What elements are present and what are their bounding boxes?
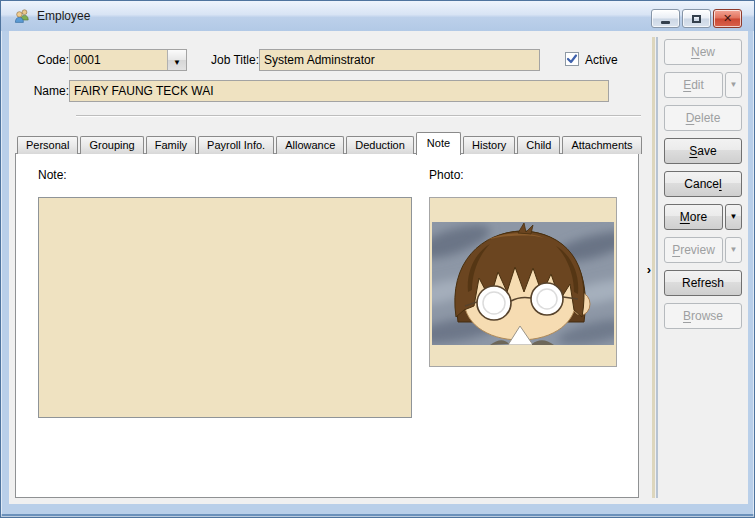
- note-tab-panel: Note: Photo:: [15, 153, 639, 498]
- employee-window: Employee ✕ Code: 0001 ▼ Job Title: Activ…: [0, 0, 755, 518]
- tab-history[interactable]: History: [463, 136, 515, 154]
- tab-note[interactable]: Note: [416, 132, 461, 155]
- preview-dropdown-button: ▼: [725, 237, 742, 263]
- browse-button: Browse: [664, 303, 742, 329]
- note-label: Note:: [38, 167, 67, 183]
- note-textarea[interactable]: [38, 197, 412, 418]
- code-label: Code:: [19, 52, 69, 68]
- action-button-panel: NewEdit▼DeleteSaveCancelMore▼Preview▼Ref…: [664, 39, 742, 336]
- more-dropdown-button[interactable]: ▼: [725, 204, 742, 230]
- photo-label: Photo:: [429, 167, 464, 183]
- edit-button: Edit: [664, 72, 723, 98]
- close-button[interactable]: ✕: [713, 9, 742, 28]
- save-button[interactable]: Save: [664, 138, 742, 164]
- minimize-button[interactable]: [651, 9, 680, 28]
- tab-strip: PersonalGroupingFamilyPayroll Info.Allow…: [17, 131, 644, 154]
- refresh-button[interactable]: Refresh: [664, 270, 742, 296]
- name-input[interactable]: [69, 80, 609, 102]
- code-value: 0001: [74, 50, 101, 70]
- tab-attachments[interactable]: Attachments: [562, 136, 641, 154]
- close-icon: ✕: [723, 13, 732, 24]
- active-checkbox[interactable]: [565, 52, 579, 66]
- job-title-input[interactable]: [259, 49, 540, 71]
- maximize-button[interactable]: [682, 9, 711, 28]
- code-combobox[interactable]: 0001 ▼: [69, 49, 187, 71]
- window-title: Employee: [37, 1, 90, 31]
- delete-button: Delete: [664, 105, 742, 131]
- check-icon: [566, 53, 578, 65]
- tab-child[interactable]: Child: [517, 136, 560, 154]
- chevron-down-icon: ▼: [730, 246, 738, 254]
- chevron-down-icon: ▼: [730, 213, 738, 221]
- cancel-button[interactable]: Cancel: [664, 171, 742, 197]
- tab-grouping[interactable]: Grouping: [80, 136, 143, 154]
- tab-payroll-info[interactable]: Payroll Info.: [198, 136, 274, 154]
- splitter-shadow: [656, 37, 658, 498]
- edit-dropdown-button: ▼: [725, 72, 742, 98]
- name-label: Name:: [19, 83, 69, 99]
- employee-photo: [432, 222, 614, 345]
- chevron-down-icon: ▼: [730, 81, 738, 89]
- tab-allowance[interactable]: Allowance: [276, 136, 344, 154]
- job-title-label: Job Title:: [199, 52, 259, 68]
- photo-frame: [429, 197, 617, 367]
- divider: [76, 115, 641, 117]
- preview-button: Preview: [664, 237, 723, 263]
- chevron-down-icon: ▼: [173, 58, 181, 67]
- minimize-icon: [661, 21, 670, 24]
- tab-personal[interactable]: Personal: [17, 136, 78, 154]
- code-dropdown-button[interactable]: ▼: [167, 50, 186, 70]
- employee-icon: [14, 8, 30, 24]
- active-label: Active: [585, 52, 618, 68]
- collapse-arrow-icon[interactable]: ›: [643, 261, 655, 279]
- new-button: New: [664, 39, 742, 65]
- more-button[interactable]: More: [664, 204, 723, 230]
- titlebar: Employee ✕: [1, 1, 754, 31]
- tab-family[interactable]: Family: [146, 136, 196, 154]
- client-area: Code: 0001 ▼ Job Title: Active Name: Per…: [9, 31, 748, 504]
- tab-deduction[interactable]: Deduction: [346, 136, 414, 154]
- maximize-icon: [692, 15, 701, 23]
